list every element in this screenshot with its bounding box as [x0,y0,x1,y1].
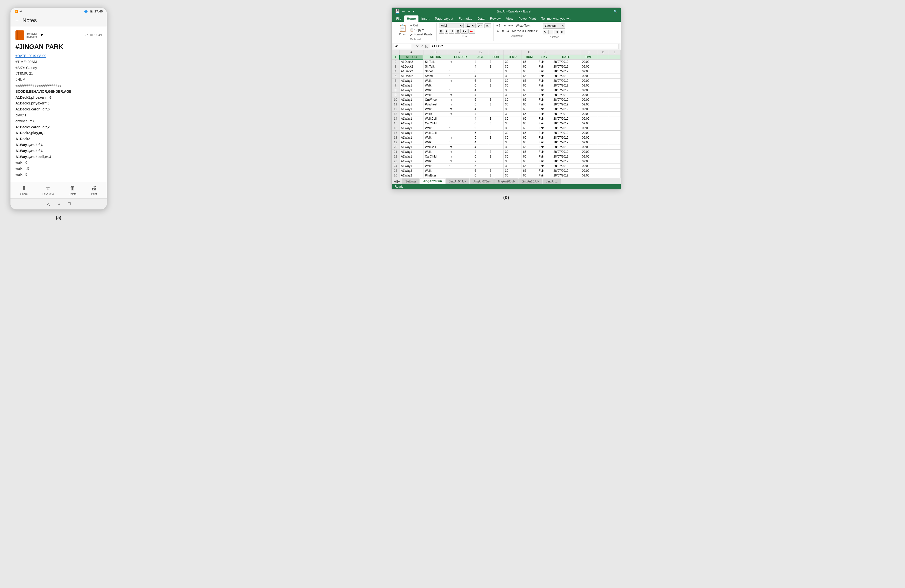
table-cell[interactable]: 3 [488,60,503,64]
table-cell[interactable]: 6 [473,69,488,74]
table-cell[interactable]: m [448,102,473,107]
table-cell[interactable]: 09:00 [580,60,597,64]
menu-page-layout[interactable]: Page Layout [432,16,456,22]
sheet-tab-Settings[interactable]: Settings [402,179,419,184]
table-cell[interactable]: 3 [488,154,503,159]
table-cell[interactable]: Walk [423,149,448,154]
table-cell[interactable]: Walk [423,83,448,88]
table-cell[interactable]: 09:00 [580,140,597,145]
menu-power-pivot[interactable]: Power Pivot [516,16,538,22]
table-cell[interactable]: 6 [473,121,488,126]
table-cell[interactable]: 28/07/2019 [552,79,580,83]
table-cell[interactable]: f [448,164,473,168]
table-cell[interactable]: CarChild [423,154,448,159]
table-cell[interactable]: 4 [473,64,488,69]
table-cell[interactable]: 66 [521,145,537,149]
formula-input[interactable] [430,44,618,49]
dropdown-icon[interactable]: ▼ [40,33,44,37]
table-cell[interactable]: 6 [473,79,488,83]
table-cell[interactable]: PuWheel [423,102,448,107]
table-cell[interactable]: 4 [473,112,488,116]
table-cell[interactable]: A1Way1 [399,145,423,149]
table-cell[interactable]: 28/07/2019 [552,159,580,164]
format-painter-button[interactable]: 🖌 Format Painter [409,32,435,36]
table-cell[interactable]: Fair [537,112,552,116]
font-size-select[interactable]: 11 [465,23,476,28]
col-header-D[interactable]: D [473,50,488,55]
wrap-text-button[interactable]: Wrap Text [515,23,531,28]
table-cell[interactable]: A1Deck2 [399,69,423,74]
table-cell[interactable]: 5 [473,131,488,135]
table-cell[interactable]: 66 [521,88,537,93]
formula-insert-icon[interactable]: fx [425,44,428,48]
table-cell[interactable]: Walk [423,140,448,145]
table-cell[interactable]: f [448,121,473,126]
data-header-hum[interactable]: HUM [521,55,537,60]
table-cell[interactable]: Walk [423,135,448,140]
table-cell[interactable]: Fair [537,69,552,74]
table-cell[interactable]: m [448,154,473,159]
data-header-temp[interactable]: TEMP [503,55,521,60]
table-cell[interactable]: 28/07/2019 [552,164,580,168]
table-cell[interactable]: Stand [423,74,448,79]
sheet-tab-JingAn20Jul-[interactable]: JingAn20Jul- [494,179,518,184]
table-cell[interactable]: SittTalk [423,64,448,69]
table-cell[interactable]: 30 [503,149,521,154]
table-cell[interactable]: 2 [473,159,488,164]
table-cell[interactable]: m [448,145,473,149]
table-cell[interactable]: A1Way1 [399,102,423,107]
data-header-action[interactable]: ACTION [423,55,448,60]
table-cell[interactable]: 28/07/2019 [552,107,580,112]
table-cell[interactable]: Fair [537,149,552,154]
table-cell[interactable]: 28/07/2019 [552,112,580,116]
thousands-button[interactable]: , [549,30,553,34]
table-cell[interactable]: 66 [521,126,537,131]
merge-center-button[interactable]: Merge & Center ▾ [511,29,538,33]
table-cell[interactable]: 09:00 [580,64,597,69]
bottom-print-button[interactable]: 🖨Print [91,185,97,195]
table-cell[interactable]: 09:00 [580,173,597,178]
table-cell[interactable]: 28/07/2019 [552,102,580,107]
table-cell[interactable]: 28/07/2019 [552,88,580,93]
table-cell[interactable]: 09:00 [580,88,597,93]
table-cell[interactable]: 09:00 [580,107,597,112]
col-header-K[interactable]: K [597,50,609,55]
quick-access-icon[interactable]: ▾ [413,10,414,13]
table-cell[interactable]: 30 [503,154,521,159]
table-cell[interactable]: A1Way1 [399,116,423,121]
table-cell[interactable]: Walk [423,126,448,131]
table-cell[interactable]: 09:00 [580,83,597,88]
table-cell[interactable]: 4 [473,145,488,149]
table-cell[interactable]: Wallk [423,112,448,116]
table-cell[interactable]: 66 [521,168,537,173]
decrease-decimal-button[interactable]: 0. [560,30,565,34]
table-cell[interactable]: Fair [537,140,552,145]
table-cell[interactable]: 09:00 [580,135,597,140]
table-cell[interactable]: 30 [503,60,521,64]
table-cell[interactable]: 30 [503,140,521,145]
table-cell[interactable]: 28/07/2019 [552,140,580,145]
table-cell[interactable]: 66 [521,131,537,135]
table-cell[interactable]: 30 [503,93,521,97]
fill-color-button[interactable]: A▾ [461,29,468,34]
table-cell[interactable]: 3 [488,107,503,112]
table-cell[interactable]: 28/07/2019 [552,154,580,159]
search-icon[interactable]: 🔍 [613,10,618,13]
table-cell[interactable]: 3 [488,149,503,154]
table-cell[interactable]: 4 [473,149,488,154]
system-nav-button[interactable]: ○ [57,201,60,207]
table-cell[interactable]: 6 [473,97,488,102]
table-cell[interactable]: 30 [503,69,521,74]
notebook-info[interactable]: Behavior mapping ▼ [16,30,44,40]
table-cell[interactable]: 09:00 [580,79,597,83]
table-cell[interactable]: 30 [503,145,521,149]
table-cell[interactable]: 09:00 [580,154,597,159]
table-cell[interactable]: A1Way1 [399,140,423,145]
table-cell[interactable]: 3 [488,135,503,140]
table-cell[interactable]: 66 [521,74,537,79]
undo-icon[interactable]: ↩ [402,10,405,13]
copy-button[interactable]: 📋 Copy ▾ [409,28,435,32]
menu-view[interactable]: View [503,16,516,22]
table-cell[interactable]: Walk [423,159,448,164]
name-box[interactable] [394,44,411,49]
